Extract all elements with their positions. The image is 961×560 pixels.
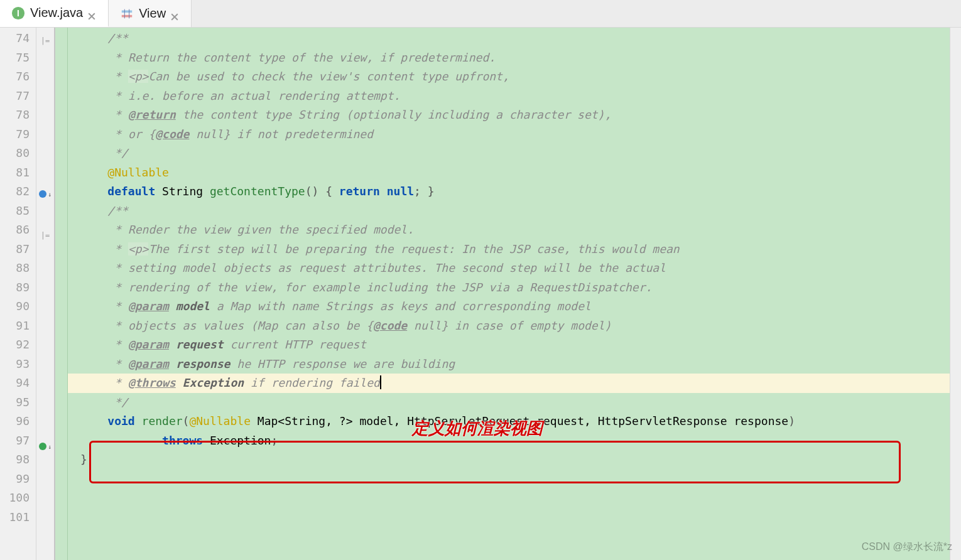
line-number: 76 (0, 67, 30, 87)
svg-text:I: I (17, 8, 19, 18)
arg: model, (353, 414, 408, 428)
comment: * (107, 376, 128, 389)
comment: * (107, 223, 128, 236)
method-name: getContentType (210, 185, 305, 198)
fold-mark-icon[interactable]: |= (41, 31, 50, 51)
comment: setting model objects as request attribu… (128, 261, 666, 274)
html-tag: <p> (128, 70, 149, 83)
line-number: 85 (0, 202, 30, 221)
line-number: 81 (0, 163, 30, 183)
javadoc-tag: @param (128, 357, 169, 370)
javadoc-tag: @code (373, 319, 407, 332)
comment: current HTTP request (224, 338, 367, 351)
annotation: @Nullable (189, 414, 251, 428)
code-area[interactable]: /** * Return the content type of the vie… (68, 28, 961, 560)
punct: ( (183, 414, 190, 428)
java-class-icon (120, 7, 134, 21)
comment: or { (128, 127, 155, 141)
line-number: 88 (0, 259, 30, 278)
javadoc-tag: @param (128, 299, 169, 313)
keyword: return (339, 185, 380, 198)
type: String (162, 185, 203, 198)
line-number: 78 (0, 105, 30, 125)
javadoc-exception-name: Exception (176, 376, 244, 389)
comment: * (107, 281, 128, 294)
svg-rect-3 (122, 14, 133, 17)
tab-view[interactable]: View (109, 0, 192, 27)
keyword: throws (162, 434, 203, 447)
comment: he HTTP response we are building (230, 357, 455, 370)
type: Exception (203, 434, 271, 447)
comment: Return the content type of the view, if … (128, 51, 496, 64)
punct: { (318, 185, 339, 198)
comment: i.e. before an actual rendering attempt. (128, 89, 400, 102)
line-number: 97 (0, 431, 30, 451)
javadoc-param-name: request (169, 338, 224, 351)
punct: ; (414, 185, 428, 198)
line-number: 94 (0, 374, 30, 393)
line-number: 86 (0, 220, 30, 240)
line-number: 98 (0, 450, 30, 470)
arg: request, (529, 414, 597, 428)
line-number-gutter: 74 75 76 77 78 79 80 81 82 85 86 87 88 8… (0, 28, 36, 560)
type: HttpServletResponse (598, 414, 727, 428)
line-number: 74 (0, 29, 30, 48)
space (251, 414, 258, 428)
vertical-scrollbar[interactable] (950, 28, 961, 560)
javadoc-tag: @param (128, 338, 169, 351)
close-icon[interactable] (88, 9, 97, 18)
comment: null} if not predetermined (189, 127, 373, 141)
html-tag: <p> (128, 242, 149, 256)
comment: * (107, 108, 128, 121)
type: Map<String, ?> (258, 414, 353, 428)
line-number: 77 (0, 87, 30, 106)
annotation: @Nullable (107, 166, 169, 179)
warning-gutter-icon[interactable]: ↓ (36, 437, 54, 457)
comment: * (107, 338, 128, 351)
comment: /** (107, 31, 128, 45)
line-number: 92 (0, 335, 30, 355)
line-number: 90 (0, 297, 30, 316)
close-icon[interactable] (171, 9, 180, 18)
comment: * (107, 51, 128, 64)
line-number: 79 (0, 125, 30, 144)
keyword-null: null (380, 185, 414, 198)
svg-rect-2 (122, 10, 133, 13)
code-editor[interactable]: 74 75 76 77 78 79 80 81 82 85 86 87 88 8… (0, 28, 961, 560)
javadoc-tag: @return (128, 108, 176, 121)
comment: * (107, 127, 128, 141)
line-number: 101 (0, 508, 30, 527)
comment: * (107, 357, 128, 370)
tab-view-java[interactable]: I View.java (0, 0, 109, 27)
comment: * (107, 242, 128, 256)
punct: () (305, 185, 319, 198)
comment: * (107, 319, 128, 332)
javadoc-param-name: response (169, 357, 231, 370)
keyword: void (107, 414, 134, 428)
fold-mark-icon[interactable]: |= (41, 226, 50, 245)
comment: * (107, 70, 128, 83)
punct: } (428, 185, 435, 198)
line-number: 91 (0, 316, 30, 336)
comment: Render the view given the specified mode… (128, 223, 414, 236)
method-name: render (142, 414, 183, 428)
line-number: 80 (0, 144, 30, 163)
comment: * (107, 89, 128, 102)
brace: } (80, 453, 87, 466)
keyword: default (107, 185, 155, 198)
override-gutter-icon[interactable]: ↓ (36, 185, 54, 205)
comment: /** (107, 204, 128, 217)
line-number: 89 (0, 278, 30, 298)
tab-label: View (139, 6, 166, 21)
comment: */ (107, 146, 128, 159)
javadoc-tag: @throws (128, 376, 176, 389)
javadoc-param-name: model (169, 299, 210, 313)
javadoc-tag: @code (155, 127, 189, 141)
fold-column (55, 28, 68, 560)
comment: a Map with name Strings as keys and corr… (210, 299, 591, 313)
gutter-marks: |= ↓ |= ↓ (36, 28, 55, 560)
comment: objects as values (Map can also be { (128, 319, 373, 332)
text-caret (380, 375, 381, 389)
comment: if rendering failed (244, 376, 380, 389)
comment: rendering of the view, for example inclu… (128, 281, 652, 294)
